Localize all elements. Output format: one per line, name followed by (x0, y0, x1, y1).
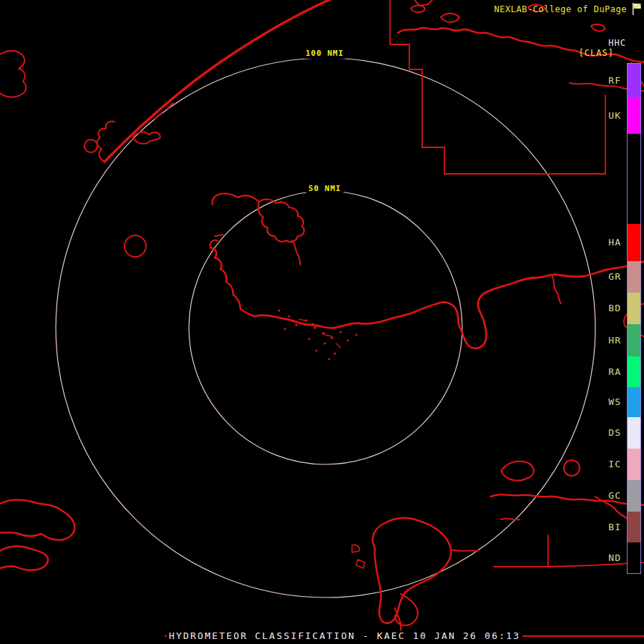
colorbar-label-nd: ND (608, 552, 621, 562)
colorbar-label-ds: DS (608, 427, 621, 438)
island-nw-cluster (133, 132, 160, 144)
colorbar-label-hr: HR (608, 334, 621, 345)
colorbar (627, 63, 641, 574)
colorbar-segment-ds (628, 417, 640, 449)
colorbar-label-ws: WS (608, 396, 621, 407)
coastline-left-lower-blob (0, 546, 48, 570)
colorbar-segment-gc (628, 480, 640, 512)
boundary-steps-ne (390, 0, 605, 174)
colorbar-label-ha: HA (608, 237, 621, 248)
colorbar-segment-gr (628, 261, 640, 293)
radar-clutter-speckles (278, 309, 357, 360)
range-ring-label-100nmi: 100 NMI (303, 48, 346, 59)
colorbar-segment-hr (628, 324, 640, 356)
colorbar-segment-bd (628, 293, 640, 324)
colorbar-segment-ic (628, 449, 640, 480)
colorbar-label-bi: BI (608, 521, 621, 532)
islet-bottom-1 (352, 545, 359, 552)
colorbar-segment-uk (628, 98, 640, 134)
coastline-south-shore (255, 303, 438, 328)
coastline-east-dangle (552, 276, 561, 303)
radar-map (0, 0, 644, 644)
boundary-steps-se (494, 535, 644, 567)
island-ne-1 (411, 6, 425, 13)
colorbar-label-gc: GC (608, 490, 621, 501)
lake-circle-small (84, 140, 97, 152)
coastline-left-upper-blob (0, 500, 74, 540)
island-topleft-corner (0, 51, 26, 97)
lake-circle-se (564, 460, 580, 476)
coastline-bottom-right-line (451, 550, 478, 551)
colorbar-labels: RFUKHAGRBDHRRAWSDSICGCBIND (588, 0, 621, 644)
colorbar-label-ra: RA (608, 366, 621, 376)
colorbar-segment-gap (628, 134, 640, 224)
coastline-nw-arc (104, 0, 333, 162)
flag-icon (632, 3, 642, 15)
lake-circle-large (125, 235, 146, 257)
coastline-mid-west-line (212, 193, 259, 205)
colorbar-label-bd: BD (608, 303, 621, 313)
landmass-bottom-blob (373, 518, 452, 623)
colorbar-label-ic: IC (608, 459, 621, 469)
colorbar-segment-nd (628, 542, 640, 573)
colorbar-segment-bi (628, 512, 640, 542)
coastline-west-shore (210, 248, 255, 316)
colorbar-segment-ws (628, 387, 640, 417)
colorbar-segment-ha (628, 224, 640, 261)
product-title: HYDROMETEOR CLASSIFICATION - KAEC 10 JAN… (167, 630, 522, 641)
colorbar-label-rf: RF (608, 75, 621, 86)
radar-display: 100 NMI 50 NMI NEXLAB-College of DuPage … (0, 0, 644, 644)
range-ring-label-50nmi: 50 NMI (306, 183, 343, 194)
colorbar-label-gr: GR (608, 271, 621, 282)
map-outlines (0, 0, 644, 631)
islet-bottom-2 (356, 560, 365, 568)
island-se (502, 462, 534, 481)
coastline-mid-spur (292, 240, 301, 265)
colorbar-segment-ra (628, 356, 640, 387)
colorbar-label-uk: UK (608, 110, 621, 121)
colorbar-segment-rf (628, 64, 640, 98)
island-ne-2 (441, 14, 459, 22)
